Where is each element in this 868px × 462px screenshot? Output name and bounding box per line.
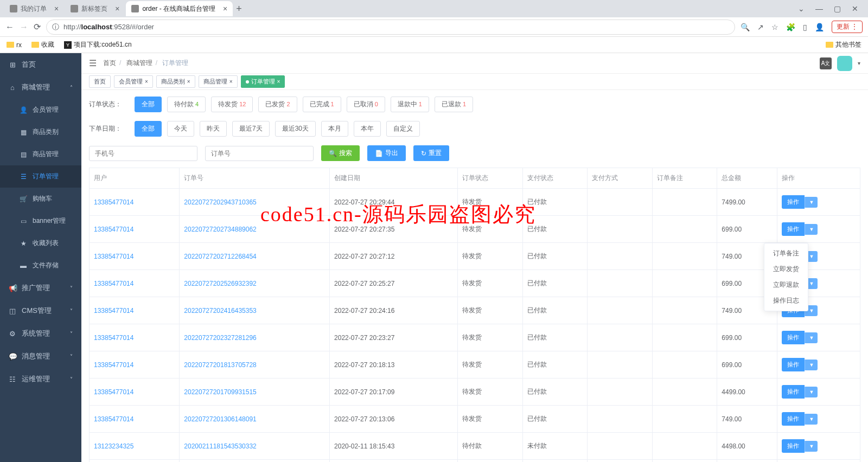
date-filter-昨天[interactable]: 昨天 — [200, 121, 227, 137]
order-input[interactable] — [205, 146, 314, 161]
chevron-down-icon[interactable]: ▾ — [858, 60, 860, 66]
breadcrumb-mall[interactable]: 商城管理 — [126, 59, 152, 67]
translate-icon[interactable]: A文 — [820, 57, 832, 69]
status-filter-全部[interactable]: 全部 — [135, 97, 162, 112]
user-link[interactable]: 13385477014 — [94, 334, 133, 342]
chevron-down-icon[interactable]: ▼ — [805, 197, 818, 208]
url-input[interactable]: ⓘ http://localhost:9528/#/order — [46, 20, 735, 35]
avatar[interactable] — [837, 56, 852, 71]
zoom-icon[interactable]: 🔍 — [741, 23, 750, 31]
close-icon[interactable]: × — [145, 79, 148, 85]
close-icon[interactable]: × — [277, 79, 280, 85]
status-filter-待发货[interactable]: 待发货12 — [211, 97, 253, 112]
sidebar-item-商品类别[interactable]: ▦商品类别 — [0, 121, 81, 143]
sidebar-item-商品管理[interactable]: ▤商品管理 — [0, 143, 81, 165]
maximize-icon[interactable]: ▢ — [834, 4, 841, 13]
sidebar-item-会员管理[interactable]: 👤会员管理 — [0, 99, 81, 121]
order-link[interactable]: 20200211181543530332 — [184, 442, 256, 450]
user-link[interactable]: 13385477014 — [94, 361, 133, 369]
search-button[interactable]: 🔍搜索 — [321, 145, 360, 161]
share-icon[interactable]: ↗ — [757, 23, 764, 31]
dropdown-item-订单备注[interactable]: 订单备注 — [764, 246, 808, 261]
nav-tab-商品管理[interactable]: 商品管理× — [199, 75, 238, 88]
order-link[interactable]: 20220727201306148091 — [184, 415, 256, 423]
sidebar-item-CMS管理[interactable]: ◫CMS管理˅ — [0, 299, 81, 322]
user-link[interactable]: 13385477014 — [94, 307, 133, 315]
chevron-down-icon[interactable]: ▼ — [805, 360, 818, 370]
nav-tab-商品类别[interactable]: 商品类别× — [156, 75, 195, 88]
nav-tab-订单管理[interactable]: 订单管理× — [241, 75, 285, 88]
date-filter-最近7天[interactable]: 最近7天 — [232, 121, 270, 137]
dropdown-item-立即发货[interactable]: 立即发货 — [764, 261, 808, 277]
user-link[interactable]: 13123234325 — [94, 442, 133, 450]
date-filter-本年[interactable]: 本年 — [354, 121, 381, 137]
order-link[interactable]: 20220727202416435353 — [184, 307, 256, 315]
sidebar-item-运维管理[interactable]: ☷运维管理˅ — [0, 368, 81, 390]
breadcrumb-home[interactable]: 首页 — [103, 59, 116, 67]
caret-down-icon[interactable]: ⌄ — [798, 4, 805, 13]
update-button[interactable]: 更新 ⋮ — [832, 21, 863, 33]
sidebar-item-收藏列表[interactable]: ★收藏列表 — [0, 232, 81, 254]
operate-button[interactable]: 操作 — [782, 412, 805, 426]
order-link[interactable]: 20220727201813705728 — [184, 361, 256, 369]
operate-button[interactable]: 操作 — [782, 385, 805, 399]
browser-tab-1[interactable]: 新标签页× — [65, 1, 125, 16]
operate-button[interactable]: 操作 — [782, 439, 805, 453]
date-filter-自定义[interactable]: 自定义 — [386, 121, 420, 137]
sidebar-item-消息管理[interactable]: 💬消息管理˅ — [0, 345, 81, 368]
close-icon[interactable]: × — [223, 4, 227, 13]
status-filter-已发货[interactable]: 已发货2 — [258, 97, 297, 112]
browser-tab-0[interactable]: 我的订单× — [4, 1, 64, 16]
status-filter-已完成[interactable]: 已完成1 — [303, 97, 341, 112]
chevron-down-icon[interactable]: ▼ — [805, 387, 818, 397]
browser-tab-2[interactable]: order - 在线商城后台管理× — [126, 1, 233, 16]
order-link[interactable]: 20220727202327281296 — [184, 334, 256, 342]
close-icon[interactable]: × — [187, 79, 190, 85]
operate-button[interactable]: 操作 — [782, 331, 805, 344]
sidebar-item-文件存储[interactable]: ▬文件存储 — [0, 254, 81, 277]
phone-input[interactable] — [89, 146, 197, 161]
other-bookmarks[interactable]: 其他书签 — [826, 40, 861, 49]
close-icon[interactable]: × — [229, 79, 233, 85]
operate-button[interactable]: 操作 — [782, 358, 805, 371]
status-filter-已退款[interactable]: 已退款1 — [435, 97, 473, 112]
date-filter-全部[interactable]: 全部 — [135, 121, 162, 137]
dropdown-item-操作日志[interactable]: 操作日志 — [764, 293, 808, 309]
sidebar-item-推广管理[interactable]: 📢推广管理˅ — [0, 277, 81, 299]
back-icon[interactable]: ← — [5, 22, 14, 32]
chevron-down-icon[interactable]: ▼ — [805, 224, 818, 235]
order-link[interactable]: 20220727202526932392 — [184, 280, 256, 287]
export-button[interactable]: 📄导出 — [367, 145, 406, 161]
minimize-icon[interactable]: — — [815, 4, 823, 13]
user-link[interactable]: 13385477014 — [94, 280, 133, 287]
chevron-down-icon[interactable]: ▼ — [805, 441, 818, 452]
operate-button[interactable]: 操作 — [782, 222, 805, 236]
date-filter-本月[interactable]: 本月 — [321, 121, 348, 137]
extensions-icon[interactable]: 🧩 — [786, 23, 795, 31]
order-link[interactable]: 20220727202712268454 — [184, 253, 256, 260]
reset-button[interactable]: ↻重置 — [413, 145, 449, 161]
user-link[interactable]: 13385477014 — [94, 198, 133, 206]
operate-button[interactable]: 操作 — [782, 195, 805, 209]
chevron-down-icon[interactable]: ▼ — [805, 332, 818, 343]
user-link[interactable]: 13385477014 — [94, 226, 133, 233]
status-filter-待付款[interactable]: 待付款4 — [167, 97, 206, 112]
sidebar-item-购物车[interactable]: 🛒购物车 — [0, 188, 81, 210]
bookmark-code51[interactable]: Y项目下载:code51.cn — [64, 40, 132, 49]
chevron-down-icon[interactable]: ▼ — [805, 414, 818, 425]
sidebar-item-banner管理[interactable]: ▭banner管理 — [0, 210, 81, 232]
date-filter-今天[interactable]: 今天 — [167, 121, 194, 137]
nav-tab-首页[interactable]: 首页 — [89, 75, 111, 88]
profile-icon[interactable]: 👤 — [815, 23, 824, 31]
user-link[interactable]: 13385477014 — [94, 415, 133, 423]
dropdown-item-立即退款[interactable]: 立即退款 — [764, 277, 808, 293]
order-link[interactable]: 20220727202943710365 — [184, 198, 256, 206]
bookmark-favorites[interactable]: 收藏 — [31, 40, 54, 49]
close-icon[interactable]: × — [54, 4, 59, 13]
user-link[interactable]: 13385477014 — [94, 253, 133, 260]
new-tab-button[interactable]: + — [236, 3, 242, 15]
order-link[interactable]: 20220727202734889062 — [184, 226, 256, 233]
sidebar-item-首页[interactable]: ⊞首页 — [0, 53, 81, 76]
close-window-icon[interactable]: ✕ — [852, 4, 858, 13]
user-link[interactable]: 13385477014 — [94, 388, 133, 396]
